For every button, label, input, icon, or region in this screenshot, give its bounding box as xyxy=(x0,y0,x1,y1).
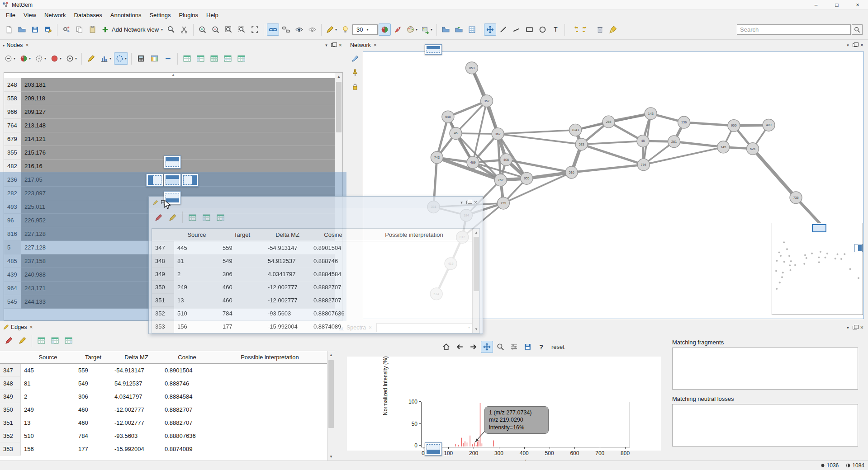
graph-edge[interactable] xyxy=(684,122,734,126)
nodes-dock-close-icon[interactable]: × xyxy=(339,42,342,48)
save-file-button[interactable] xyxy=(29,24,41,36)
help-button[interactable]: ? xyxy=(535,341,547,353)
dock-guide-network-top-icon[interactable] xyxy=(425,44,442,55)
dock-guide-left-icon[interactable] xyxy=(146,174,163,187)
table-view-5-button[interactable] xyxy=(214,212,227,224)
table-view-4-button[interactable] xyxy=(222,52,234,65)
highlight-yellow-pen-button[interactable] xyxy=(16,334,28,347)
spectra-dock-menu-icon[interactable]: ▾ xyxy=(847,325,849,330)
edge-row-number[interactable]: 353 xyxy=(0,442,21,456)
menu-item-plugins[interactable]: Plugins xyxy=(175,11,202,19)
delete-items-button[interactable] xyxy=(594,24,606,36)
edge-row-number[interactable]: 349 xyxy=(0,390,21,403)
forward-button[interactable] xyxy=(467,341,479,353)
edges-dock-tab[interactable]: Edges xyxy=(11,324,27,330)
bar-chart-button[interactable]: ▾ xyxy=(99,52,113,65)
pipeline-tool-button[interactable] xyxy=(280,24,292,36)
menu-item-databases[interactable]: Databases xyxy=(70,11,106,19)
nodes-dock-menu-icon[interactable]: ▾ xyxy=(325,43,327,47)
menu-item-view[interactable]: View xyxy=(19,11,40,19)
nodes-table-row[interactable]: 558209,118 xyxy=(4,92,335,105)
zoom-out-button[interactable] xyxy=(209,24,222,36)
menu-item-network[interactable]: Network xyxy=(40,11,70,19)
network-tab-close-icon[interactable]: × xyxy=(374,42,377,48)
open-project-button[interactable] xyxy=(440,24,452,36)
close-button[interactable]: × xyxy=(847,0,868,10)
menu-item-help[interactable]: Help xyxy=(202,11,223,19)
spectra-dock-close-icon[interactable]: × xyxy=(860,324,863,331)
neighbors-circle-button[interactable]: ▾ xyxy=(114,52,128,65)
clear-canvas-button[interactable] xyxy=(607,24,619,36)
columns-minus-button[interactable] xyxy=(162,52,174,65)
edges-tab-close-icon[interactable]: × xyxy=(29,324,33,330)
undo-button[interactable] xyxy=(568,24,580,36)
network-dock-tab[interactable]: Network xyxy=(350,42,371,48)
process-network-button[interactable] xyxy=(60,24,72,36)
scroll-up-hint-icon[interactable]: ▲ xyxy=(171,73,175,77)
graph-edge[interactable] xyxy=(572,164,644,172)
edges-table-scrollbar[interactable]: ▲ ▼ xyxy=(327,351,335,461)
floating-close-icon[interactable]: × xyxy=(474,199,477,206)
pan-tool-button[interactable] xyxy=(484,24,496,36)
graph-edge[interactable] xyxy=(498,130,575,134)
floating-float-icon[interactable] xyxy=(466,201,470,204)
floating-window-titlebar[interactable]: Edges ▾ × xyxy=(149,197,483,208)
new-file-button[interactable] xyxy=(3,24,15,36)
draw-diagonal-button[interactable] xyxy=(510,24,522,36)
network-dock-menu-icon[interactable]: ▾ xyxy=(847,43,849,47)
table-colors-button[interactable] xyxy=(148,52,161,65)
copy-spectra-button[interactable] xyxy=(73,24,85,36)
nodes-table-row[interactable]: 248203,181 xyxy=(4,78,335,92)
group-minus-button[interactable]: ▾ xyxy=(3,52,17,65)
menu-item-annotations[interactable]: Annotations xyxy=(106,11,146,19)
add-network-view-button[interactable]: Add Network view▾ xyxy=(100,24,164,36)
column-header-delta-mz[interactable]: Delta MZ xyxy=(265,229,310,241)
node-scale-lamp-button[interactable] xyxy=(339,24,351,36)
search-tool-button[interactable] xyxy=(165,24,177,36)
column-header-source[interactable]: Source xyxy=(21,351,75,364)
column-header-possible-interpretation[interactable]: Possible interpretation xyxy=(213,351,327,364)
rocket-run-button[interactable] xyxy=(392,24,404,36)
nodes-dock-tab[interactable]: Nodes xyxy=(6,42,23,48)
column-header-target[interactable]: Target xyxy=(219,229,265,241)
pan-tool-button[interactable] xyxy=(481,341,493,353)
import-metadata-button[interactable] xyxy=(453,24,465,36)
table-view-1-button[interactable] xyxy=(181,52,193,65)
table-view-1-button[interactable] xyxy=(186,212,199,224)
nodes-table-row[interactable]: 966209,127 xyxy=(4,105,335,119)
dock-guide-window-bottom-icon[interactable] xyxy=(425,442,442,456)
table-view-1-button[interactable] xyxy=(35,334,47,347)
table-view-5-button[interactable] xyxy=(235,52,247,65)
edge-row-number[interactable]: 348 xyxy=(152,254,174,268)
column-header-delta-mz[interactable]: Delta MZ xyxy=(111,351,161,364)
dock-guide-right-icon[interactable] xyxy=(181,174,199,187)
table-view-2-button[interactable] xyxy=(49,334,61,347)
graph-edge[interactable] xyxy=(582,141,643,144)
network-edit-pen-button[interactable] xyxy=(349,52,361,65)
edge-row-number[interactable]: 347 xyxy=(0,364,21,377)
edge-row-number[interactable]: 351 xyxy=(0,416,21,429)
highlight-yellow-pen-button[interactable] xyxy=(85,52,97,65)
floating-table-scrollbar[interactable]: ▲ ▼ xyxy=(472,229,479,333)
maximize-button[interactable]: □ xyxy=(826,0,847,10)
minimap-viewport[interactable] xyxy=(812,224,826,232)
highlight-pen-button[interactable]: ▾ xyxy=(324,24,338,36)
column-header-target[interactable]: Target xyxy=(75,351,111,364)
menu-item-file[interactable]: File xyxy=(2,11,19,19)
edit-red-pen-button[interactable] xyxy=(152,212,165,224)
color-sphere-button[interactable] xyxy=(379,24,391,36)
table-view-5-button[interactable] xyxy=(62,334,75,347)
edge-row-number[interactable]: 349 xyxy=(152,268,174,281)
nodes-table-row[interactable]: 679214,121 xyxy=(4,132,335,146)
link-tool-button[interactable] xyxy=(267,24,279,36)
palette-settings-button[interactable]: ▾ xyxy=(405,24,419,36)
minimize-button[interactable]: – xyxy=(806,0,826,10)
graph-edge[interactable] xyxy=(674,141,723,147)
target-circle-button[interactable]: ▾ xyxy=(64,52,78,65)
subplot-settings-button[interactable] xyxy=(508,341,520,353)
draw-text-button[interactable]: T xyxy=(550,24,562,36)
search-input[interactable] xyxy=(737,24,851,35)
fullscreen-button[interactable] xyxy=(249,24,261,36)
save-figure-button[interactable] xyxy=(522,341,534,353)
lock-view-button[interactable] xyxy=(349,80,361,93)
